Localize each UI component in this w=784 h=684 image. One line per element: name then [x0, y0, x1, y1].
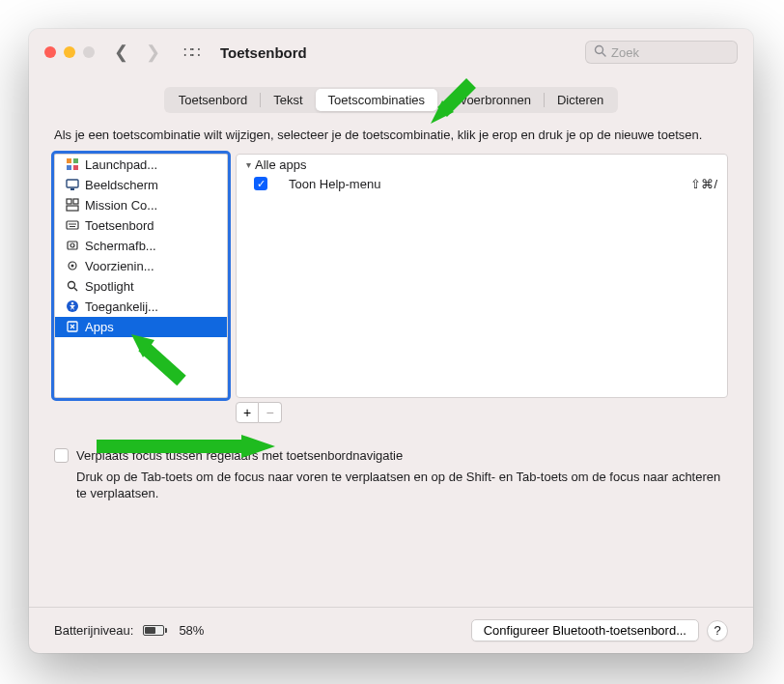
category-schermafb[interactable]: Schermafb...: [55, 236, 227, 256]
shortcut-group-label: Alle apps: [255, 157, 306, 172]
content-area: Toetsenbord Tekst Toetscombinaties Invoe…: [29, 75, 753, 607]
nav-buttons: ❮ ❯: [114, 42, 160, 63]
footer: Batterijniveau: 58% Configureer Bluetoot…: [29, 607, 753, 653]
svg-rect-10: [67, 206, 78, 211]
segmented-control: Toetsenbord Tekst Toetscombinaties Invoe…: [164, 87, 619, 113]
focus-option: Verplaats focus tussen regelaars met toe…: [54, 448, 728, 463]
svg-point-15: [70, 243, 74, 247]
svg-rect-9: [73, 199, 78, 204]
shortcut-group-header[interactable]: ▾ Alle apps: [237, 155, 727, 175]
search-icon: [594, 44, 606, 60]
category-mission[interactable]: Mission Co...: [55, 195, 227, 215]
back-button[interactable]: ❮: [114, 42, 128, 63]
accessibility-icon: [65, 299, 79, 314]
category-apps[interactable]: Apps: [55, 317, 227, 337]
svg-rect-14: [68, 242, 77, 249]
screenshot-icon: [65, 239, 79, 253]
svg-line-1: [602, 53, 606, 57]
tab-dicteren[interactable]: Dicteren: [545, 89, 616, 111]
focus-label: Verplaats focus tussen regelaars met toe…: [76, 448, 403, 463]
close-icon[interactable]: [44, 46, 56, 58]
gear-icon: [65, 259, 79, 273]
svg-point-21: [70, 302, 73, 305]
tab-invoerbronnen[interactable]: Invoerbronnen: [437, 89, 544, 111]
help-button[interactable]: ?: [707, 620, 728, 641]
svg-rect-6: [67, 180, 78, 187]
panels: Launchpad... Beeldscherm Mission Co... T…: [54, 154, 728, 398]
focus-checkbox[interactable]: [54, 448, 69, 463]
tab-toetscombinaties[interactable]: Toetscombinaties: [316, 89, 437, 111]
svg-rect-11: [67, 221, 78, 229]
window-title: Toetsenbord: [220, 44, 577, 61]
minimize-icon[interactable]: [64, 46, 75, 58]
svg-point-17: [70, 265, 73, 268]
shortcut-name: Toon Help-menu: [279, 177, 679, 191]
battery-icon: [143, 625, 167, 636]
svg-rect-4: [67, 165, 71, 170]
shortcut-list[interactable]: ▾ Alle apps ✓ Toon Help-menu ⇧⌘/: [236, 154, 728, 398]
category-launchpad[interactable]: Launchpad...: [55, 155, 227, 175]
traffic-lights: [44, 46, 95, 58]
mission-icon: [65, 198, 79, 213]
launchpad-icon: [65, 157, 79, 172]
svg-rect-5: [73, 165, 78, 170]
description-text: Als je een toetscombinatie wilt wijzigen…: [54, 127, 728, 144]
shortcut-keys[interactable]: ⇧⌘/: [690, 177, 717, 191]
tab-toetsenbord[interactable]: Toetsenbord: [166, 89, 261, 111]
remove-button: −: [259, 402, 282, 423]
search-field[interactable]: [585, 41, 738, 64]
forward-button: ❯: [146, 42, 160, 63]
keyboard-icon: [65, 218, 79, 233]
category-beeldscherm[interactable]: Beeldscherm: [55, 175, 227, 195]
battery-percent: 58%: [179, 623, 204, 638]
add-button[interactable]: +: [236, 402, 259, 423]
svg-point-18: [68, 282, 74, 289]
category-toegankelijk[interactable]: Toegankelij...: [55, 297, 227, 317]
svg-rect-3: [73, 158, 78, 163]
svg-rect-7: [70, 188, 74, 190]
maximize-icon: [83, 46, 95, 58]
display-icon: [65, 178, 79, 192]
category-toetsenbord[interactable]: Toetsenbord: [55, 215, 227, 236]
apps-icon: [65, 320, 79, 334]
svg-rect-2: [67, 158, 71, 163]
tab-tekst[interactable]: Tekst: [261, 89, 315, 111]
category-list[interactable]: Launchpad... Beeldscherm Mission Co... T…: [54, 154, 228, 398]
spotlight-icon: [65, 279, 79, 294]
add-remove-buttons: + −: [236, 402, 728, 423]
search-input[interactable]: [611, 45, 729, 60]
category-spotlight[interactable]: Spotlight: [55, 276, 227, 297]
category-voorzienin[interactable]: Voorzienin...: [55, 256, 227, 276]
configure-bluetooth-button[interactable]: Configureer Bluetooth-toetsenbord...: [471, 619, 699, 641]
shortcut-row[interactable]: ✓ Toon Help-menu ⇧⌘/: [237, 175, 727, 193]
titlebar: ❮ ❯ ∷∷ Toetsenbord: [29, 29, 753, 75]
show-all-icon[interactable]: ∷∷: [183, 43, 199, 61]
svg-rect-8: [67, 199, 71, 204]
chevron-down-icon: ▾: [246, 159, 251, 170]
preferences-window: ❮ ❯ ∷∷ Toetsenbord Toetsenbord Tekst Toe…: [29, 29, 753, 653]
focus-help-text: Druk op de Tab-toets om de focus naar vo…: [76, 469, 728, 502]
shortcut-checkbox[interactable]: ✓: [254, 177, 267, 190]
tab-bar: Toetsenbord Tekst Toetscombinaties Invoe…: [54, 87, 728, 113]
battery-label: Batterijniveau:: [54, 623, 133, 638]
svg-line-19: [74, 288, 77, 291]
